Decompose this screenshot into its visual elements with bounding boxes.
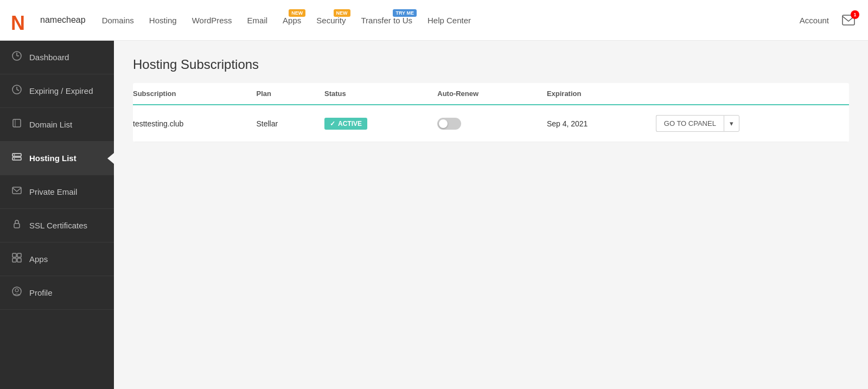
sidebar-item-private-email[interactable]: Private Email [0,175,114,209]
col-header-autorenew: Auto-Renew [432,83,541,105]
apps-sidebar-icon [11,252,23,266]
sidebar-expiring-label: Expiring / Expired [29,86,93,95]
nav-security[interactable]: Security NEW [316,16,346,25]
sidebar-domain-list-label: Domain List [29,120,72,129]
cpanel-button[interactable]: GO TO CPANEL [656,115,724,132]
nav-domains[interactable]: Domains [102,16,134,25]
cpanel-dropdown-button[interactable]: ▾ [724,115,739,132]
cell-autorenew [432,105,541,142]
transfer-badge: TRY ME [393,9,417,17]
svg-point-14 [14,158,15,160]
apps-badge: NEW [289,9,305,17]
svg-rect-15 [12,187,21,194]
domain-list-icon [11,118,23,131]
svg-point-22 [15,289,18,292]
svg-rect-9 [13,119,21,127]
toggle-thumb [439,119,448,128]
sidebar-apps-label: Apps [29,254,48,264]
svg-rect-18 [17,253,21,257]
private-email-icon [11,185,23,199]
sidebar-item-expiring[interactable]: Expiring / Expired [0,74,114,108]
nav-hosting[interactable]: Hosting [149,16,177,25]
table-row: testtesting.club Stellar ✓ ACTIVE [133,105,849,142]
nav-apps[interactable]: Apps NEW [283,16,301,25]
nav-transfer[interactable]: Transfer to Us TRY ME [361,16,412,25]
svg-point-13 [14,155,15,156]
cell-plan: Stellar [251,105,319,142]
svg-rect-20 [17,258,21,262]
main-content: Hosting Subscriptions Subscription Plan … [114,41,868,389]
sidebar-profile-label: Profile [29,288,53,297]
nav-help[interactable]: Help Center [427,16,471,25]
nav-links: Domains Hosting WordPress Email Apps NEW… [102,16,800,25]
mail-icon-wrap[interactable]: 1 [840,11,857,29]
logo-area[interactable]: N namecheap [11,9,86,31]
sidebar-ssl-label: SSL Certificates [29,221,87,230]
subscriptions-table: Subscription Plan Status Auto-Renew Expi… [133,83,849,142]
dashboard-icon [11,50,23,64]
sidebar-item-ssl[interactable]: SSL Certificates [0,209,114,243]
status-badge: ✓ ACTIVE [324,118,367,130]
svg-text:N: N [11,12,25,31]
sidebar-item-apps[interactable]: Apps [0,243,114,276]
svg-rect-19 [12,258,16,262]
col-header-plan: Plan [251,83,319,105]
brand-logo-icon: N [11,9,36,31]
col-header-status: Status [319,83,432,105]
security-badge: NEW [334,9,350,17]
sidebar-item-dashboard[interactable]: Dashboard [0,41,114,74]
sidebar-dashboard-label: Dashboard [29,53,69,62]
sidebar: Dashboard Expiring / Expired Domain List… [0,41,114,389]
status-label: ACTIVE [338,120,362,127]
sidebar-item-domain-list[interactable]: Domain List [0,108,114,142]
svg-rect-12 [12,157,21,160]
profile-icon [11,286,23,299]
autorenew-toggle-wrap [437,118,536,130]
cell-status: ✓ ACTIVE [319,105,432,142]
ssl-icon [11,219,23,232]
top-nav: N namecheap Domains Hosting WordPress Em… [0,0,868,41]
checkmark-icon: ✓ [330,120,335,127]
svg-rect-17 [12,253,16,257]
expiring-icon [11,84,23,98]
nav-email[interactable]: Email [247,16,268,25]
sidebar-item-hosting-list[interactable]: Hosting List [0,142,114,175]
sidebar-hosting-list-label: Hosting List [29,154,76,163]
autorenew-toggle[interactable] [437,118,461,130]
table-header-row: Subscription Plan Status Auto-Renew Expi… [133,83,849,105]
nav-right: Account 1 [800,11,857,29]
hosting-list-icon [11,151,23,165]
cpanel-btn-wrap: GO TO CPANEL ▾ [656,115,844,132]
col-header-expiration: Expiration [541,83,650,105]
cell-subscription: testtesting.club [133,105,251,142]
body-wrap: Dashboard Expiring / Expired Domain List… [0,41,868,389]
nav-account[interactable]: Account [800,16,829,25]
sidebar-item-profile[interactable]: Profile [0,276,114,310]
cell-actions: GO TO CPANEL ▾ [650,105,849,142]
sidebar-private-email-label: Private Email [29,187,77,196]
col-header-actions [650,83,849,105]
svg-line-8 [17,90,19,91]
svg-rect-11 [12,154,21,156]
cell-expiration: Sep 4, 2021 [541,105,650,142]
mail-badge-count: 1 [851,10,859,19]
nav-wordpress[interactable]: WordPress [192,16,232,25]
svg-rect-16 [14,224,20,228]
col-header-subscription: Subscription [133,83,251,105]
brand-name: namecheap [40,15,86,25]
page-title: Hosting Subscriptions [133,57,849,72]
